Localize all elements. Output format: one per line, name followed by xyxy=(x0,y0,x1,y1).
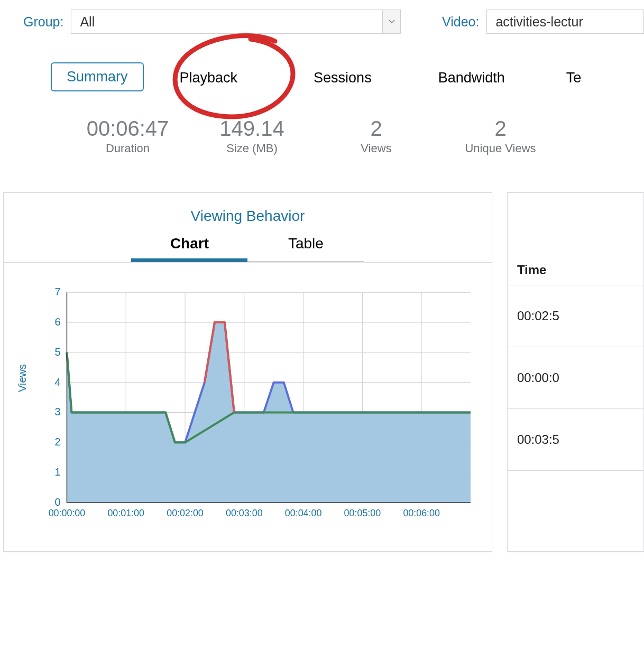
svg-text:00:03:00: 00:03:00 xyxy=(226,508,263,518)
svg-text:00:01:00: 00:01:00 xyxy=(107,508,144,518)
main-tabs: Summary Playback Sessions Bandwidth Te xyxy=(0,34,644,91)
svg-text:4: 4 xyxy=(54,376,60,388)
stat-size: 149.14 Size (MB) xyxy=(190,117,314,155)
stat-duration-label: Duration xyxy=(66,142,190,155)
stat-unique-views: 2 Unique Views xyxy=(438,117,563,155)
table-row: 00:00:0 xyxy=(508,347,643,409)
tab-sessions[interactable]: Sessions xyxy=(299,64,387,91)
time-header: Time xyxy=(508,246,643,285)
tab-playback[interactable]: Playback xyxy=(165,64,253,91)
viewing-behavior-chart: 0123456700:00:0000:01:0000:02:0000:03:00… xyxy=(16,286,479,530)
svg-text:00:00:00: 00:00:00 xyxy=(49,508,86,518)
subtab-table[interactable]: Table xyxy=(247,235,364,262)
subtabs: Chart Table xyxy=(4,235,492,263)
subtab-chart[interactable]: Chart xyxy=(131,235,247,262)
svg-text:0: 0 xyxy=(54,496,60,508)
svg-text:5: 5 xyxy=(54,346,60,358)
video-select-value: activities-lectur xyxy=(495,14,583,30)
svg-text:7: 7 xyxy=(54,286,60,298)
stat-views-label: Views xyxy=(314,142,438,155)
video-label: Video: xyxy=(442,14,479,30)
stats-row: 00:06:47 Duration 149.14 Size (MB) 2 Vie… xyxy=(0,91,644,155)
stat-views-value: 2 xyxy=(314,117,438,141)
table-row: 00:03:5 xyxy=(508,409,643,471)
chart-area: Views 0123456700:00:0000:01:0000:02:0000… xyxy=(4,263,492,543)
stat-duration-value: 00:06:47 xyxy=(66,117,190,141)
tab-summary[interactable]: Summary xyxy=(51,62,144,91)
svg-text:00:05:00: 00:05:00 xyxy=(344,508,381,518)
stat-unique-views-value: 2 xyxy=(438,117,563,141)
tab-te[interactable]: Te xyxy=(551,64,582,91)
svg-text:6: 6 xyxy=(54,316,60,328)
svg-text:1: 1 xyxy=(54,466,60,478)
stat-unique-views-label: Unique Views xyxy=(438,142,563,155)
stat-size-value: 149.14 xyxy=(190,117,314,141)
svg-text:00:02:00: 00:02:00 xyxy=(167,508,204,518)
group-select-value: All xyxy=(80,14,95,30)
panel-row: Viewing Behavior Chart Table Views 01234… xyxy=(0,155,644,552)
svg-text:2: 2 xyxy=(54,436,60,448)
svg-text:3: 3 xyxy=(54,406,60,417)
svg-text:00:06:00: 00:06:00 xyxy=(403,508,440,518)
stat-size-label: Size (MB) xyxy=(190,142,314,155)
group-label: Group: xyxy=(23,14,63,30)
y-axis-title: Views xyxy=(16,364,29,392)
filter-bar: Group: All Video: activities-lectur xyxy=(0,0,644,34)
tab-bandwidth[interactable]: Bandwidth xyxy=(424,64,520,91)
chevron-down-icon xyxy=(382,10,400,33)
table-row: 00:02:5 xyxy=(508,285,643,347)
viewing-behavior-panel: Viewing Behavior Chart Table Views 01234… xyxy=(3,192,492,552)
stat-duration: 00:06:47 Duration xyxy=(66,117,190,155)
panel-title: Viewing Behavior xyxy=(4,193,492,235)
group-select[interactable]: All xyxy=(71,10,401,34)
time-panel: Time 00:02:5 00:00:0 00:03:5 xyxy=(507,192,644,552)
stat-views: 2 Views xyxy=(314,117,438,155)
video-select[interactable]: activities-lectur xyxy=(486,10,644,34)
svg-text:00:04:00: 00:04:00 xyxy=(285,508,322,518)
